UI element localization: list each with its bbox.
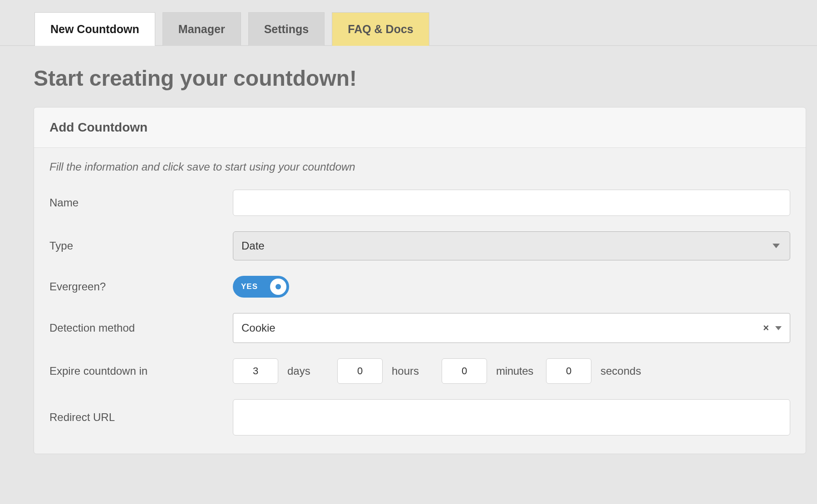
row-name: Name: [49, 190, 790, 216]
panel-body: Fill the information and click save to s…: [34, 148, 806, 454]
expire-hours-unit: hours: [392, 365, 433, 377]
label-evergreen: Evergreen?: [49, 280, 233, 293]
expire-minutes-unit: minutes: [496, 365, 537, 377]
tab-new-countdown[interactable]: New Countdown: [34, 12, 155, 46]
expire-seconds-input[interactable]: [546, 358, 591, 384]
label-type: Type: [49, 240, 233, 252]
clear-icon[interactable]: ×: [763, 322, 769, 334]
row-expire: Expire countdown in days hours minutes s…: [49, 358, 790, 384]
detection-method-select[interactable]: Cookie ×: [233, 313, 790, 343]
type-select[interactable]: Date: [233, 231, 790, 260]
expire-days-input[interactable]: [233, 358, 278, 384]
row-redirect: Redirect URL: [49, 399, 790, 435]
evergreen-toggle-label: YES: [241, 282, 258, 291]
tab-manager[interactable]: Manager: [162, 12, 241, 46]
chevron-down-icon: [775, 326, 782, 330]
panel-hint: Fill the information and click save to s…: [49, 161, 790, 173]
tabs-bar: New Countdown Manager Settings FAQ & Doc…: [0, 0, 817, 46]
label-name: Name: [49, 196, 233, 209]
page-title: Start creating your countdown!: [34, 66, 817, 91]
type-select-value: Date: [241, 240, 265, 252]
evergreen-toggle[interactable]: YES: [233, 276, 289, 298]
expire-minutes-input[interactable]: [442, 358, 487, 384]
label-expire: Expire countdown in: [49, 365, 233, 377]
row-evergreen: Evergreen? YES: [49, 276, 790, 298]
detection-method-value: Cookie: [241, 322, 276, 334]
expire-hours-input[interactable]: [337, 358, 383, 384]
label-redirect: Redirect URL: [49, 411, 233, 424]
row-type: Type Date: [49, 231, 790, 260]
label-detection: Detection method: [49, 322, 233, 334]
redirect-url-input[interactable]: [233, 399, 790, 435]
add-countdown-panel: Add Countdown Fill the information and c…: [34, 107, 806, 454]
combo-controls: ×: [763, 322, 782, 334]
panel-header: Add Countdown: [34, 108, 806, 148]
page: New Countdown Manager Settings FAQ & Doc…: [0, 0, 817, 504]
tab-settings[interactable]: Settings: [248, 12, 325, 46]
expire-group: days hours minutes seconds: [233, 358, 641, 384]
row-detection: Detection method Cookie ×: [49, 313, 790, 343]
expire-days-unit: days: [287, 365, 328, 377]
expire-seconds-unit: seconds: [600, 365, 641, 377]
tab-faq-docs[interactable]: FAQ & Docs: [332, 12, 429, 46]
name-input[interactable]: [233, 190, 790, 216]
chevron-down-icon: [773, 244, 780, 248]
toggle-knob-icon: [270, 279, 286, 295]
